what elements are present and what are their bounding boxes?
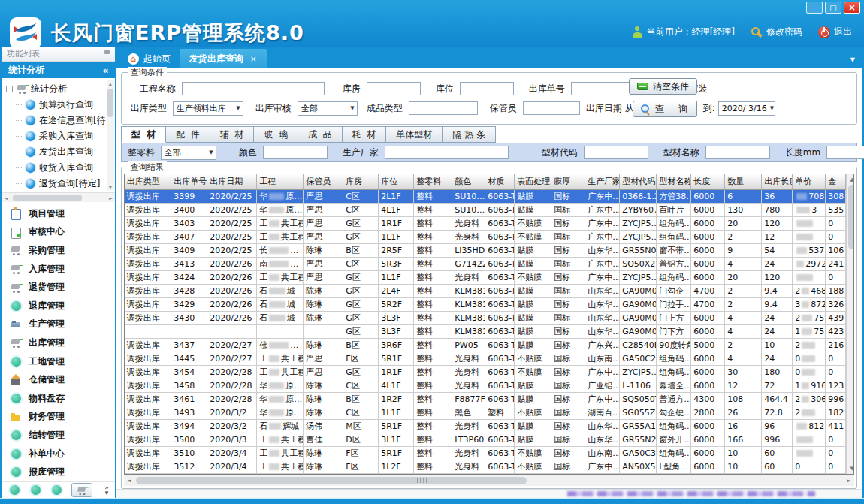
column-header[interactable]: 出库类型 [125,174,171,189]
table-row[interactable]: 调拨出库35102020/3/4工共工程陈琳F区5R1F整料光身料6063-T5… [125,446,846,460]
material-tab[interactable]: 单体型材 [386,126,443,143]
table-row[interactable]: 调拨出库34942020/3/2石辉城汤伟M区5R1F整料光身料6063-T5贴… [125,419,846,433]
column-header[interactable]: 出库日期 [207,174,257,189]
scroll-down-icon[interactable]: ▼ [107,184,114,189]
column-header[interactable]: 库房 [343,174,379,189]
sidebar-item-入库管理[interactable]: 入库管理 [2,260,115,279]
module-dot-icon[interactable] [31,485,41,495]
column-header[interactable]: 单价 [793,174,826,189]
material-tab[interactable]: 耗 材 [343,126,387,143]
sidebar-item-项目管理[interactable]: 项目管理 [2,204,115,223]
column-header[interactable]: 颜色 [452,174,485,189]
tab-close-icon[interactable]: × [250,54,257,64]
logout-button[interactable]: 退出 [818,26,852,38]
scroll-down-icon[interactable]: ▼ [847,466,854,472]
tree-item[interactable]: 收货入库查询 [6,160,106,176]
material-tab[interactable]: 配 件 [166,126,210,143]
clear-conditions-button[interactable]: 清空条件 [629,78,697,95]
scroll-thumb[interactable] [136,477,527,484]
location-input[interactable] [460,82,514,95]
tree-item[interactable]: 采购入库查询 [6,128,106,144]
column-header[interactable]: 整零料 [414,174,452,189]
column-header[interactable]: 长度 [691,174,725,189]
maximize-button[interactable]: □ [825,2,841,14]
profile-name-input[interactable] [705,146,770,159]
sidebar-item-物料盘存[interactable]: 物料盘存 [2,389,115,408]
table-row[interactable]: 调拨出库33992020/2/25华原…严思C区2L1F整料SU10…6063-… [125,189,846,203]
module-dot-icon[interactable] [10,485,20,495]
table-row[interactable]: 调拨出库34132020/2/26南…严思C区5R3F整料G714226063-… [125,257,846,270]
table-row[interactable]: 调拨出库34372020/2/27佛…陈琳B区3R6F整料PW056063-T5… [125,338,846,352]
scroll-up-icon[interactable]: ▲ [847,177,854,183]
scroll-thumb[interactable] [107,89,113,117]
table-row[interactable]: 调拨出库34542020/2/28工共工程严思G区1R1F整料光身料6063-T… [125,365,846,379]
tree-item[interactable]: 发货出库查询 [6,144,106,160]
column-header[interactable]: 工程 [257,174,304,189]
pin-icon[interactable] [104,50,110,58]
table-row[interactable]: 调拨出库34612020/2/28华原…陈琳B区1R2F整料F8877FT606… [125,392,846,406]
column-header[interactable]: 型材代码 [620,174,657,189]
table-row[interactable]: 调拨出库34032020/2/25工共工程严思G区1R1F整料光身料6063-T… [125,216,846,230]
column-header[interactable]: 金 [826,174,846,189]
material-tab[interactable]: 型 材 [121,126,166,143]
column-header[interactable]: 数量 [725,174,762,189]
tree-vertical-scrollbar[interactable]: ▲ ▼ [107,80,114,191]
sidebar-item-退货管理[interactable]: 退货管理 [2,278,115,297]
sidebar-item-报废管理[interactable]: 报废管理 [2,463,115,481]
sidebar-item-工地管理[interactable]: 工地管理 [2,352,115,371]
sidebar-item-生产管理[interactable]: 生产管理 [2,315,115,334]
color-input[interactable] [263,146,328,159]
tab-home[interactable]: ⌂ 起始页 [119,49,180,68]
table-row[interactable]: 调拨出库34452020/2/27工共工程严思F区5R1F整料光身料6063-T… [125,352,846,365]
minimize-button[interactable]: ─ [806,2,823,14]
table-row[interactable]: 调拨出库35122020/3/4工共工程陈琳F区1L2F整料光身料6063-T5… [125,460,846,473]
manufacturer-input[interactable] [385,146,509,159]
column-header[interactable]: 膜厚 [551,174,585,189]
sidebar-item-财务管理[interactable]: 财务管理 [2,408,115,427]
sidebar-item-退库管理[interactable]: 退库管理 [2,297,115,315]
horizontal-scrollbar[interactable]: ◄ ► [124,475,854,486]
scroll-left-icon[interactable]: ◄ [127,478,131,484]
whole-piece-select[interactable]: 全部 ▼ [161,146,216,160]
expander-icon[interactable]: - [6,86,13,92]
sidebar-item-审核中心[interactable]: 审核中心 [2,223,115,242]
sidebar-item-仓储管理[interactable]: 仓储管理 [2,370,115,389]
section-header[interactable]: 统计分析 « [2,62,115,78]
cart-module-button[interactable] [71,483,92,497]
tree-item[interactable]: 退货查询[待定] [6,176,106,192]
table-row[interactable]: 调拨出库34002020/2/25华原…严思C区4L1F整料SU10…6063-… [125,203,846,216]
scroll-left-icon[interactable]: ◄ [5,195,8,201]
table-row[interactable]: 调拨出库34242020/2/26工共工程严思G区1L1F整料光身料6063-T… [125,270,846,284]
column-header[interactable]: 出库单号 [171,174,207,189]
material-tab[interactable]: 玻 璃 [254,126,298,143]
scroll-thumb[interactable] [13,195,82,201]
warehouse-input[interactable] [367,82,421,95]
column-header[interactable]: 保管员 [304,174,343,189]
table-row[interactable]: 调拨出库35002020/3/3工共工程曹佳D区3L1F整料LT3P606063… [125,433,846,446]
tab-overflow-caret-icon[interactable]: ▼ [850,56,855,63]
tab-shipment-outbound-query[interactable]: 发货出库查询 × [180,49,267,68]
table-row[interactable]: 调拨出库34582020/2/28华原…陈琳C区4L1F整料光身料6063-T5… [125,379,846,392]
scroll-right-icon[interactable]: ► [847,478,851,484]
profile-code-input[interactable] [584,146,648,159]
project-name-input[interactable] [182,82,325,95]
length-input[interactable] [826,146,864,159]
sidebar-item-采购管理[interactable]: 采购管理 [2,241,115,260]
tree-item[interactable]: 预算执行查询 [6,97,106,113]
order-no-input[interactable] [571,82,631,95]
table-row[interactable]: 调拨出库34092020/2/25长…陈琳B区2R5F整料LI35HD6063-… [125,243,846,257]
close-button[interactable]: × [844,2,860,14]
tree-root[interactable]: - 统计分析 [6,80,106,97]
date-to-picker[interactable]: 2020/ 3/16 ▼ [718,101,775,116]
table-row[interactable]: 调拨出库34072020/2/25工共工程严思G区1L1F整料光身料6063-T… [125,230,846,243]
out-type-select[interactable]: 生产领料出库 ▼ [173,101,243,116]
material-tab[interactable]: 隔 热 条 [443,126,496,143]
sidebar-item-出库管理[interactable]: 出库管理 [2,333,115,352]
vertical-scrollbar[interactable]: ▲ ▼ [846,174,854,474]
column-header[interactable]: 生产厂家 [585,174,620,189]
tree-item[interactable]: 在途信息查询[待 [6,113,106,128]
table-row[interactable]: G区3L3F整料KLM38176063-T5贴膜国标山东华…GA90M09…门下… [125,324,846,338]
table-row[interactable]: 调拨出库34292020/2/26石城陈琳G区5R2F整料KLM38176063… [125,297,846,311]
sidebar-item-结转管理[interactable]: 结转管理 [2,426,115,445]
product-type-input[interactable] [409,101,478,115]
